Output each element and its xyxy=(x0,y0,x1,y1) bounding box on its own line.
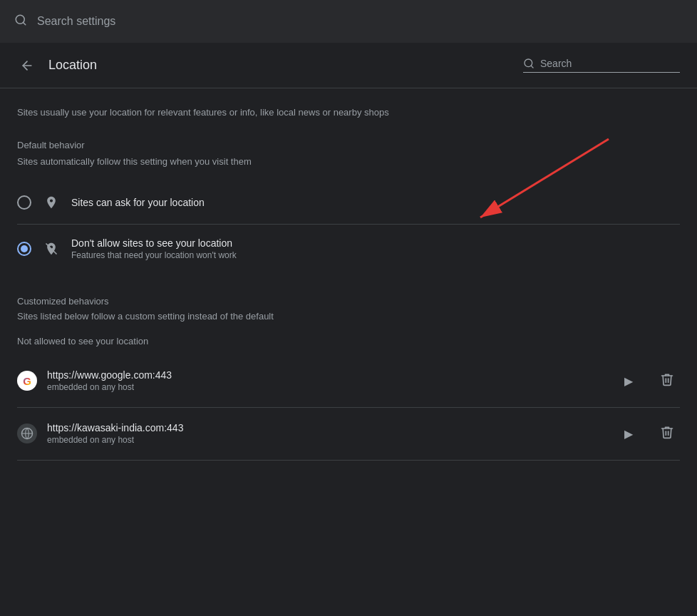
search-icon-top xyxy=(14,14,27,30)
page-description: Sites usually use your location for rele… xyxy=(17,106,680,120)
main-content: Sites usually use your location for rele… xyxy=(0,88,697,461)
location-ask-icon xyxy=(43,194,60,211)
google-favicon: G xyxy=(17,371,37,391)
page-header: Location xyxy=(0,43,697,88)
default-behavior-subtitle: Sites automatically follow this setting … xyxy=(17,156,680,167)
google-delete-button[interactable] xyxy=(654,366,680,396)
kawasaki-site-url: https://kawasaki-india.com:443 xyxy=(47,422,603,433)
radio-block-text: Don't allow sites to see your location F… xyxy=(71,237,680,260)
svg-line-4 xyxy=(531,66,533,68)
google-site-sub: embedded on any host xyxy=(47,382,603,392)
radio-block-circle xyxy=(17,242,31,256)
header-left: Location xyxy=(17,56,97,76)
default-behavior-section: Default behavior Sites automatically fol… xyxy=(17,140,680,273)
radio-block-sublabel: Features that need your location won't w… xyxy=(71,250,680,260)
default-behavior-title: Default behavior xyxy=(17,140,680,150)
radio-ask-text: Sites can ask for your location xyxy=(71,197,680,208)
site-item-google[interactable]: G https://www.google.com:443 embedded on… xyxy=(17,355,680,408)
radio-block-label: Don't allow sites to see your location xyxy=(71,237,680,249)
not-allowed-title: Not allowed to see your location xyxy=(17,336,680,346)
header-search xyxy=(523,58,680,73)
customized-behaviors-section: Customized behaviors Sites listed below … xyxy=(17,296,680,461)
radio-ask-label: Sites can ask for your location xyxy=(71,197,680,208)
google-chevron-icon: ▶ xyxy=(613,374,644,388)
top-search-bar xyxy=(0,0,697,43)
header-search-input[interactable] xyxy=(540,58,680,69)
kawasaki-site-sub: embedded on any host xyxy=(47,435,603,445)
radio-ask-circle xyxy=(17,195,31,210)
customized-title: Customized behaviors xyxy=(17,296,680,307)
svg-line-1 xyxy=(23,22,25,24)
google-site-info: https://www.google.com:443 embedded on a… xyxy=(47,369,603,392)
top-search-input[interactable] xyxy=(37,15,683,28)
google-site-url: https://www.google.com:443 xyxy=(47,369,603,381)
site-list: G https://www.google.com:443 embedded on… xyxy=(17,355,680,461)
customized-subtitle: Sites listed below follow a custom setti… xyxy=(17,311,680,322)
page-title: Location xyxy=(48,58,97,73)
location-block-icon xyxy=(43,240,60,257)
header-search-icon xyxy=(523,58,535,69)
radio-option-ask[interactable]: Sites can ask for your location xyxy=(17,181,680,225)
kawasaki-favicon xyxy=(17,423,37,443)
radio-option-block[interactable]: Don't allow sites to see your location F… xyxy=(17,225,680,273)
site-item-kawasaki[interactable]: https://kawasaki-india.com:443 embedded … xyxy=(17,408,680,461)
back-button[interactable] xyxy=(17,56,37,76)
radio-options-container: Sites can ask for your location Don't al… xyxy=(17,181,680,273)
kawasaki-site-info: https://kawasaki-india.com:443 embedded … xyxy=(47,422,603,445)
kawasaki-delete-button[interactable] xyxy=(654,419,680,448)
kawasaki-chevron-icon: ▶ xyxy=(613,427,644,441)
